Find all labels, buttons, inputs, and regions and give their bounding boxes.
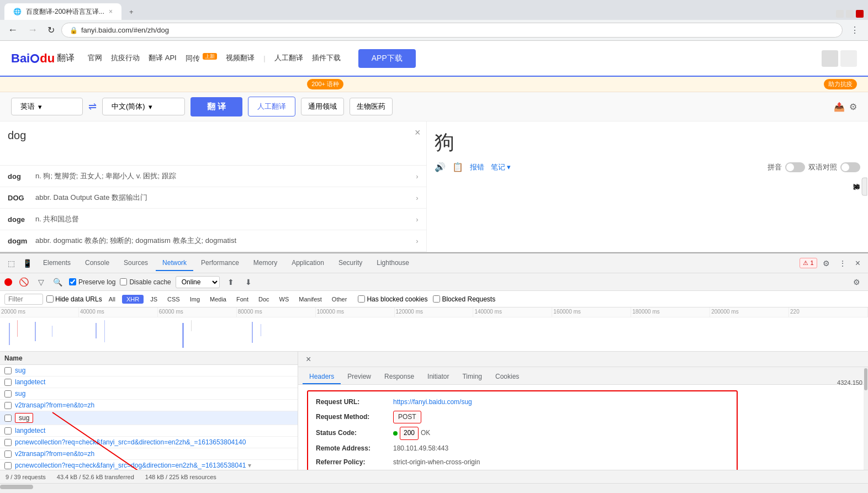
tab-application[interactable]: Application bbox=[285, 256, 331, 271]
has-blocked-cookies-label[interactable]: Has blocked cookies bbox=[358, 295, 427, 303]
copy-btn[interactable]: 📋 bbox=[452, 162, 463, 172]
tab-performance[interactable]: Performance bbox=[194, 256, 246, 271]
network-row-0[interactable]: sug bbox=[0, 365, 298, 377]
speaker-btn[interactable]: 🔊 bbox=[435, 162, 446, 172]
row-cb-6[interactable] bbox=[4, 439, 12, 446]
suggestion-item-3[interactable]: dogm abbr. dogmatic 教条的; 独断的; dogmatism … bbox=[0, 230, 426, 252]
row-cb-5[interactable] bbox=[4, 427, 12, 434]
filter-other[interactable]: Other bbox=[329, 295, 351, 304]
inspect-btn[interactable]: ⬚ bbox=[4, 257, 18, 270]
clear-input-btn[interactable]: × bbox=[415, 127, 421, 139]
address-bar[interactable]: 🔒 fanyi.baidu.com/#en/zh/dog bbox=[61, 23, 843, 38]
h-scroll-thumb[interactable] bbox=[0, 485, 33, 489]
clear-network-btn[interactable]: 🚫 bbox=[17, 276, 31, 288]
refresh-btn[interactable]: ↻ bbox=[44, 24, 58, 36]
filter-network-btn[interactable]: ▽ bbox=[36, 277, 46, 288]
nav-anti-epidemic[interactable]: 抗疫行动 bbox=[111, 53, 140, 63]
blocked-requests-label[interactable]: Blocked Requests bbox=[433, 295, 495, 303]
preserve-log-label[interactable]: Preserve log bbox=[69, 278, 115, 286]
filter-doc[interactable]: Doc bbox=[255, 295, 273, 304]
nav-video[interactable]: 视频翻译 bbox=[226, 53, 255, 63]
forward-btn[interactable]: → bbox=[24, 23, 41, 37]
network-row-7[interactable]: v2transapi?from=en&to=zh bbox=[0, 448, 298, 460]
domain2-btn[interactable]: 生物医药 bbox=[350, 98, 393, 115]
swap-lang-btn[interactable]: ⇌ bbox=[88, 100, 97, 113]
detail-tab-headers[interactable]: Headers bbox=[303, 370, 341, 384]
has-blocked-cookies-cb[interactable] bbox=[358, 295, 365, 303]
search-network-btn[interactable]: 🔍 bbox=[51, 277, 65, 288]
detail-scroll-thumb[interactable] bbox=[864, 368, 867, 390]
filter-xhr[interactable]: XHR bbox=[122, 295, 144, 304]
feedback-btn[interactable]: 意见反馈 bbox=[862, 178, 867, 196]
detail-tab-timing[interactable]: Timing bbox=[456, 370, 489, 384]
filter-manifest[interactable]: Manifest bbox=[295, 295, 325, 304]
detail-close-btn[interactable]: × bbox=[303, 353, 314, 365]
detail-tab-cookies[interactable]: Cookies bbox=[489, 370, 526, 384]
network-row-6[interactable]: pcnewcollection?req=check&fanyi_src=d&di… bbox=[0, 437, 298, 448]
share-icon[interactable]: 📤 bbox=[834, 102, 845, 112]
row-expand-8[interactable]: ▾ bbox=[248, 462, 251, 469]
network-row-4[interactable]: sug bbox=[0, 411, 298, 425]
translate-btn[interactable]: 翻 译 bbox=[190, 97, 242, 116]
baidu-logo[interactable]: Bai du 翻译 bbox=[11, 51, 75, 66]
browser-tab[interactable]: 🌐 百度翻译-200种语言互译... × bbox=[4, 3, 121, 20]
network-row-1[interactable]: langdetect bbox=[0, 377, 298, 388]
filter-font[interactable]: Font bbox=[233, 295, 252, 304]
bilingual-toggle[interactable] bbox=[840, 162, 860, 172]
network-row-3[interactable]: v2transapi?from=en&to=zh bbox=[0, 400, 298, 411]
tab-network[interactable]: Network bbox=[156, 256, 193, 271]
row-cb-7[interactable] bbox=[4, 450, 12, 458]
input-box[interactable]: dog bbox=[0, 121, 426, 166]
report-btn[interactable]: 报错 bbox=[470, 162, 484, 172]
nav-human[interactable]: 人工翻译 bbox=[274, 53, 303, 63]
suggestion-item-0[interactable]: dog n. 狗; 蹩脚货; 丑女人; 卑鄙小人 v. 困扰; 跟踪 › bbox=[0, 166, 426, 187]
devtools-settings-right[interactable]: ⚙ bbox=[850, 277, 864, 288]
extensions-btn[interactable]: ⋮ bbox=[846, 24, 864, 36]
row-cb-0[interactable] bbox=[4, 367, 12, 374]
settings-devtools-btn[interactable]: ⚙ bbox=[819, 257, 833, 270]
row-cb-8[interactable] bbox=[4, 462, 12, 469]
upload-btn[interactable]: ⬆ bbox=[224, 277, 237, 288]
network-row-8[interactable]: pcnewcollection?req=check&fanyi_src=dog&… bbox=[0, 460, 298, 470]
maximize-btn[interactable] bbox=[846, 10, 854, 18]
more-devtools-btn[interactable]: ⋮ bbox=[835, 257, 850, 270]
human-translate-btn[interactable]: 人工翻译 bbox=[248, 97, 295, 116]
app-download-btn[interactable]: APP下载 bbox=[358, 49, 416, 68]
detail-tab-preview[interactable]: Preview bbox=[341, 370, 378, 384]
row-cb-1[interactable] bbox=[4, 379, 12, 386]
filter-ws[interactable]: WS bbox=[276, 295, 293, 304]
network-row-5[interactable]: langdetect bbox=[0, 425, 298, 437]
tab-memory[interactable]: Memory bbox=[247, 256, 284, 271]
blocked-requests-cb[interactable] bbox=[433, 295, 440, 303]
disable-cache-checkbox[interactable] bbox=[120, 278, 127, 285]
filter-media[interactable]: Media bbox=[207, 295, 230, 304]
tab-elements[interactable]: Elements bbox=[36, 256, 77, 271]
detail-scrollbar[interactable] bbox=[864, 367, 868, 470]
row-cb-2[interactable] bbox=[4, 390, 12, 397]
filter-css[interactable]: CSS bbox=[164, 295, 183, 304]
row-cb-4[interactable] bbox=[4, 415, 12, 422]
tab-console[interactable]: Console bbox=[78, 256, 116, 271]
source-lang-btn[interactable]: 英语 ▾ bbox=[11, 98, 83, 115]
online-select[interactable]: Online Offline Slow 3G Fast 3G bbox=[176, 276, 220, 288]
close-devtools-btn[interactable]: × bbox=[852, 256, 864, 271]
download-btn[interactable]: ⬇ bbox=[242, 277, 255, 288]
hide-data-urls-cb[interactable] bbox=[46, 295, 54, 303]
filter-js[interactable]: JS bbox=[147, 295, 161, 304]
filter-img[interactable]: Img bbox=[187, 295, 203, 304]
new-tab-btn[interactable]: + bbox=[124, 3, 139, 20]
target-lang-btn[interactable]: 中文(简体) ▾ bbox=[102, 98, 185, 115]
detail-tab-response[interactable]: Response bbox=[378, 370, 421, 384]
nav-plugin[interactable]: 插件下载 bbox=[312, 53, 341, 63]
minimize-btn[interactable] bbox=[836, 10, 844, 18]
detail-tab-initiator[interactable]: Initiator bbox=[421, 370, 456, 384]
row-cb-3[interactable] bbox=[4, 402, 12, 409]
suggestion-item-1[interactable]: DOG abbr. Data Output Gate 数据输出门 › bbox=[0, 187, 426, 209]
record-btn[interactable] bbox=[4, 278, 12, 286]
suggestion-item-2[interactable]: doge n. 共和国总督 › bbox=[0, 209, 426, 230]
nav-translate-api[interactable]: 翻译 API bbox=[149, 53, 177, 63]
domain-btn[interactable]: 通用领域 bbox=[301, 98, 344, 115]
close-window-btn[interactable] bbox=[856, 10, 864, 18]
tab-sources[interactable]: Sources bbox=[117, 256, 155, 271]
device-btn[interactable]: 📱 bbox=[19, 257, 35, 270]
